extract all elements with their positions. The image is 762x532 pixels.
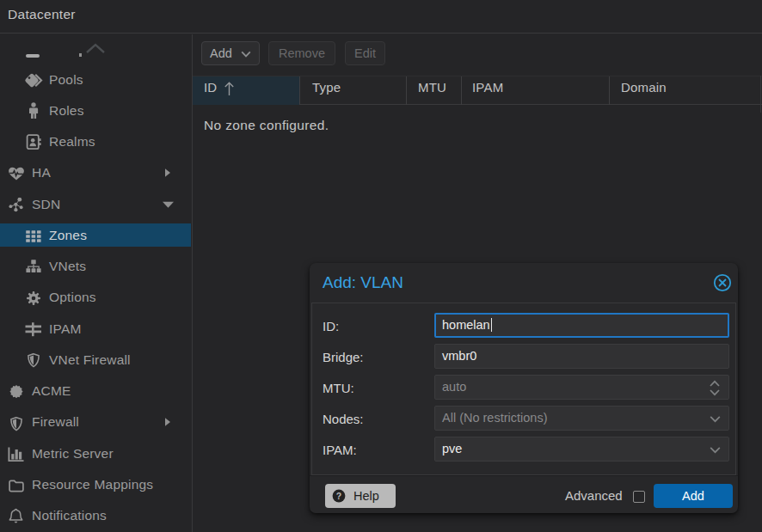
svg-text:?: ? [336, 491, 341, 501]
